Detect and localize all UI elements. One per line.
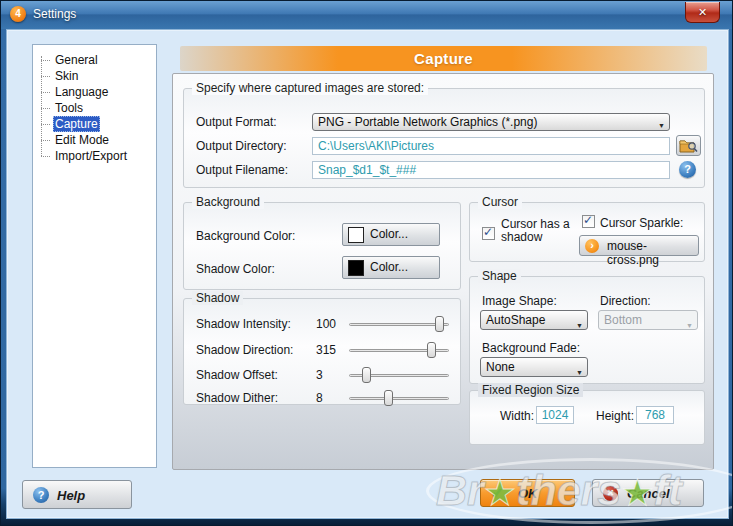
sidebar-item-tools[interactable]: Tools <box>33 100 156 116</box>
settings-window: 4 Settings ✕ General Skin Language Tools… <box>0 0 733 526</box>
direction-label: Direction: <box>600 294 651 308</box>
sparkle-file-button[interactable]: › mouse-cross.png <box>579 235 699 256</box>
question-mark-icon: ? <box>684 163 691 175</box>
browse-directory-button[interactable] <box>676 135 701 156</box>
height-label: Height: <box>596 409 634 423</box>
storage-group: Specify where captured images are stored… <box>183 88 705 188</box>
background-color-label: Background Color: <box>196 229 295 243</box>
sidebar-item-general[interactable]: General <box>33 52 156 68</box>
check-icon: ✓ <box>483 225 493 239</box>
sidebar-item-import-export[interactable]: Import/Export <box>33 148 156 164</box>
background-fade-label: Background Fade: <box>482 341 580 355</box>
shadow-dither-value: 8 <box>316 391 323 405</box>
cursor-sparkle-checkbox-label: Cursor Sparkle: <box>600 216 683 230</box>
sidebar-item-language[interactable]: Language <box>33 84 156 100</box>
sidebar-item-edit-mode[interactable]: Edit Mode <box>33 132 156 148</box>
filename-help-button[interactable]: ? <box>679 161 696 178</box>
close-button[interactable]: ✕ <box>685 2 720 23</box>
shape-group-title: Shape <box>478 269 521 283</box>
window-title: Settings <box>33 7 76 21</box>
cursor-sparkle-checkbox[interactable]: ✓ <box>582 215 595 228</box>
shadow-intensity-label: Shadow Intensity: <box>196 317 291 331</box>
cancel-button[interactable]: ✖ Cancel <box>592 479 704 507</box>
shadow-offset-slider[interactable] <box>349 367 449 383</box>
output-directory-input[interactable]: C:\Users\AKI\Pictures <box>312 137 670 155</box>
capture-settings-panel: Specify where captured images are stored… <box>172 73 714 470</box>
ok-button[interactable]: ✔ OK <box>480 479 575 507</box>
black-swatch-icon <box>348 260 364 276</box>
fixed-region-group-title: Fixed Region Size <box>478 383 583 397</box>
image-shape-select[interactable]: AutoShape ▼ <box>480 310 588 330</box>
help-button[interactable]: ? Help <box>22 480 132 509</box>
background-fade-select[interactable]: None ▼ <box>480 357 588 377</box>
shape-group: Shape Image Shape: Direction: AutoShape … <box>469 276 705 384</box>
cursor-shadow-checkbox[interactable]: ✓ <box>482 227 495 240</box>
page-title: Capture <box>180 46 707 71</box>
image-shape-label: Image Shape: <box>482 294 557 308</box>
shadow-offset-value: 3 <box>316 368 323 382</box>
title-bar[interactable]: 4 Settings ✕ <box>1 1 732 29</box>
shadow-offset-label: Shadow Offset: <box>196 368 278 382</box>
close-icon: ✕ <box>698 6 707 18</box>
output-directory-label: Output Directory: <box>196 139 287 153</box>
cursor-group: Cursor ✓ Cursor has a shadow ✓ Cursor Sp… <box>469 202 705 262</box>
height-input[interactable]: 768 <box>636 406 674 424</box>
output-format-label: Output Format: <box>196 115 277 129</box>
white-swatch-icon <box>348 227 364 243</box>
slider-thumb[interactable] <box>435 316 444 332</box>
shadow-intensity-value: 100 <box>316 317 336 331</box>
width-label: Width: <box>500 409 534 423</box>
check-icon: ✓ <box>583 213 593 227</box>
cancel-x-icon: ✖ <box>603 486 618 501</box>
chevron-down-icon: ▼ <box>576 317 583 330</box>
background-group: Background Background Color: Color... Sh… <box>183 202 461 290</box>
settings-category-sidebar: General Skin Language Tools Capture Edit… <box>32 44 157 468</box>
background-group-title: Background <box>192 195 264 209</box>
folder-browse-icon <box>679 138 699 154</box>
shadow-dither-slider[interactable] <box>349 390 449 406</box>
storage-group-title: Specify where captured images are stored… <box>192 81 428 95</box>
width-input[interactable]: 1024 <box>536 406 574 424</box>
client-area: General Skin Language Tools Capture Edit… <box>6 29 729 519</box>
app-icon: 4 <box>10 6 26 22</box>
cursor-group-title: Cursor <box>478 195 522 209</box>
shadow-color-label: Shadow Color: <box>196 262 275 276</box>
question-mark-icon: ? <box>33 487 49 503</box>
output-filename-input[interactable]: Snap_$d1_$t_### <box>312 161 670 179</box>
shadow-intensity-slider[interactable] <box>349 316 449 332</box>
output-filename-label: Output Filename: <box>196 163 288 177</box>
direction-select: Bottom ▼ <box>598 310 698 330</box>
cursor-shadow-checkbox-label: Cursor has a shadow <box>501 218 570 244</box>
shadow-direction-label: Shadow Direction: <box>196 343 293 357</box>
chevron-down-icon: ▼ <box>576 364 583 377</box>
arrow-right-icon: › <box>585 239 599 253</box>
chevron-down-icon: ▼ <box>686 317 693 330</box>
output-format-select[interactable]: PNG - Portable Network Graphics (*.png) … <box>312 113 670 131</box>
shadow-direction-slider[interactable] <box>349 342 449 358</box>
sidebar-item-capture[interactable]: Capture <box>33 116 156 132</box>
shadow-dither-label: Shadow Dither: <box>196 391 278 405</box>
shadow-group-title: Shadow <box>192 291 243 305</box>
slider-thumb[interactable] <box>362 367 371 383</box>
shadow-direction-value: 315 <box>316 343 336 357</box>
check-icon: ✔ <box>491 484 504 502</box>
background-color-button[interactable]: Color... <box>342 223 440 246</box>
category-tree: General Skin Language Tools Capture Edit… <box>33 45 156 164</box>
shadow-group: Shadow Shadow Intensity: 100 Shadow Dire… <box>183 298 461 405</box>
slider-thumb[interactable] <box>384 390 393 406</box>
slider-thumb[interactable] <box>427 342 436 358</box>
sidebar-item-skin[interactable]: Skin <box>33 68 156 84</box>
shadow-color-button[interactable]: Color... <box>342 256 440 279</box>
chevron-down-icon: ▼ <box>658 118 665 131</box>
fixed-region-group: Fixed Region Size Width: 1024 Height: 76… <box>469 390 705 445</box>
